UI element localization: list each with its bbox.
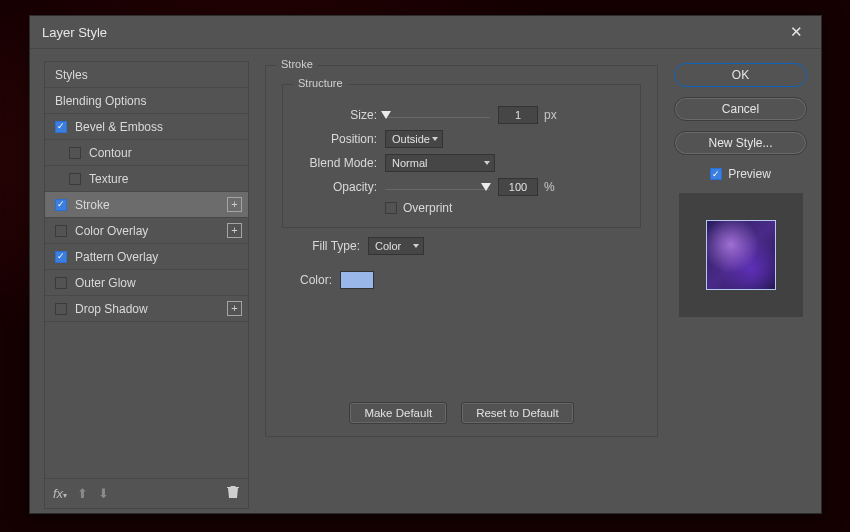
sidebar-item-label: Contour: [89, 146, 242, 160]
sidebar-item-bevel-emboss[interactable]: Bevel & Emboss: [45, 114, 248, 140]
size-row: Size: 1 px: [299, 105, 624, 125]
filltype-select[interactable]: Color: [368, 237, 424, 255]
opacity-input[interactable]: 100: [498, 178, 538, 196]
settings-panel: Size: 1 px Position: Outside: [249, 49, 674, 513]
opacity-row: Opacity: 100 %: [299, 177, 624, 197]
filltype-label: Fill Type:: [282, 239, 360, 253]
style-list: Styles Blending Options Bevel & Emboss C…: [44, 61, 249, 509]
position-row: Position: Outside: [299, 129, 624, 149]
checkbox-icon[interactable]: [385, 202, 397, 214]
sidebar-item-label: Drop Shadow: [75, 302, 227, 316]
chevron-down-icon: [432, 137, 438, 141]
sidebar-item-label: Color Overlay: [75, 224, 227, 238]
checkbox-icon[interactable]: [55, 199, 67, 211]
blendmode-select[interactable]: Normal: [385, 154, 495, 172]
color-label: Color:: [282, 273, 332, 287]
filltype-value: Color: [375, 240, 401, 252]
color-row: Color:: [282, 270, 641, 290]
sidebar-item-drop-shadow[interactable]: Drop Shadow +: [45, 296, 248, 322]
blendmode-row: Blend Mode: Normal: [299, 153, 624, 173]
preview-box: [679, 193, 803, 317]
position-select[interactable]: Outside: [385, 130, 443, 148]
preview-label: Preview: [728, 167, 771, 181]
add-effect-icon[interactable]: +: [227, 301, 242, 316]
sidebar-item-stroke[interactable]: Stroke +: [45, 192, 248, 218]
sidebar-item-contour[interactable]: Contour: [45, 140, 248, 166]
sidebar-item-blending-options[interactable]: Blending Options: [45, 88, 248, 114]
reset-default-button[interactable]: Reset to Default: [461, 402, 573, 424]
opacity-unit: %: [544, 180, 555, 194]
sidebar-item-pattern-overlay[interactable]: Pattern Overlay: [45, 244, 248, 270]
size-unit: px: [544, 108, 557, 122]
position-label: Position:: [299, 132, 377, 146]
layer-style-dialog: Layer Style ✕ Styles Blending Options Be…: [29, 15, 822, 514]
preview-thumbnail: [706, 220, 776, 290]
size-slider[interactable]: [385, 106, 490, 124]
cancel-button[interactable]: Cancel: [674, 97, 807, 121]
opacity-slider[interactable]: [385, 178, 490, 196]
add-effect-icon[interactable]: +: [227, 197, 242, 212]
checkbox-icon[interactable]: [55, 277, 67, 289]
chevron-down-icon: [484, 161, 490, 165]
checkbox-icon[interactable]: [69, 147, 81, 159]
sidebar-item-label: Pattern Overlay: [75, 250, 242, 264]
sidebar-item-styles[interactable]: Styles: [45, 62, 248, 88]
sidebar-item-outer-glow[interactable]: Outer Glow: [45, 270, 248, 296]
sidebar-item-label: Texture: [89, 172, 242, 186]
style-list-footer: fx▾ ⬆ ⬇: [45, 478, 248, 508]
titlebar[interactable]: Layer Style ✕: [30, 16, 821, 49]
opacity-label: Opacity:: [299, 180, 377, 194]
fx-menu-icon[interactable]: fx▾: [53, 486, 67, 501]
preview-toggle[interactable]: Preview: [674, 167, 807, 181]
checkbox-icon[interactable]: [55, 303, 67, 315]
dialog-title: Layer Style: [42, 25, 784, 40]
make-default-button[interactable]: Make Default: [349, 402, 447, 424]
ok-button[interactable]: OK: [674, 63, 807, 87]
overprint-label: Overprint: [403, 201, 452, 215]
sidebar-item-color-overlay[interactable]: Color Overlay +: [45, 218, 248, 244]
style-list-panel: Styles Blending Options Bevel & Emboss C…: [30, 49, 249, 513]
position-value: Outside: [392, 133, 430, 145]
sidebar-item-label: Outer Glow: [75, 276, 242, 290]
checkbox-icon[interactable]: [55, 121, 67, 133]
blendmode-value: Normal: [392, 157, 427, 169]
checkbox-icon[interactable]: [710, 168, 722, 180]
size-input[interactable]: 1: [498, 106, 538, 124]
structure-group: Size: 1 px Position: Outside: [282, 84, 641, 228]
defaults-button-row: Make Default Reset to Default: [282, 402, 641, 424]
overprint-row[interactable]: Overprint: [385, 201, 624, 215]
move-down-icon[interactable]: ⬇: [98, 486, 109, 501]
close-icon[interactable]: ✕: [784, 19, 809, 45]
stroke-group: Size: 1 px Position: Outside: [265, 65, 658, 437]
color-swatch[interactable]: [340, 271, 374, 289]
move-up-icon[interactable]: ⬆: [77, 486, 88, 501]
sidebar-item-label: Styles: [55, 68, 242, 82]
new-style-button[interactable]: New Style...: [674, 131, 807, 155]
size-label: Size:: [299, 108, 377, 122]
sidebar-item-label: Bevel & Emboss: [75, 120, 242, 134]
trash-icon[interactable]: [226, 484, 240, 503]
filltype-row: Fill Type: Color: [282, 236, 641, 256]
checkbox-icon[interactable]: [55, 225, 67, 237]
checkbox-icon[interactable]: [69, 173, 81, 185]
sidebar-item-texture[interactable]: Texture: [45, 166, 248, 192]
right-column: OK Cancel New Style... Preview: [674, 49, 821, 513]
chevron-down-icon: [413, 244, 419, 248]
blendmode-label: Blend Mode:: [299, 156, 377, 170]
checkbox-icon[interactable]: [55, 251, 67, 263]
add-effect-icon[interactable]: +: [227, 223, 242, 238]
sidebar-item-label: Stroke: [75, 198, 227, 212]
sidebar-item-label: Blending Options: [55, 94, 242, 108]
